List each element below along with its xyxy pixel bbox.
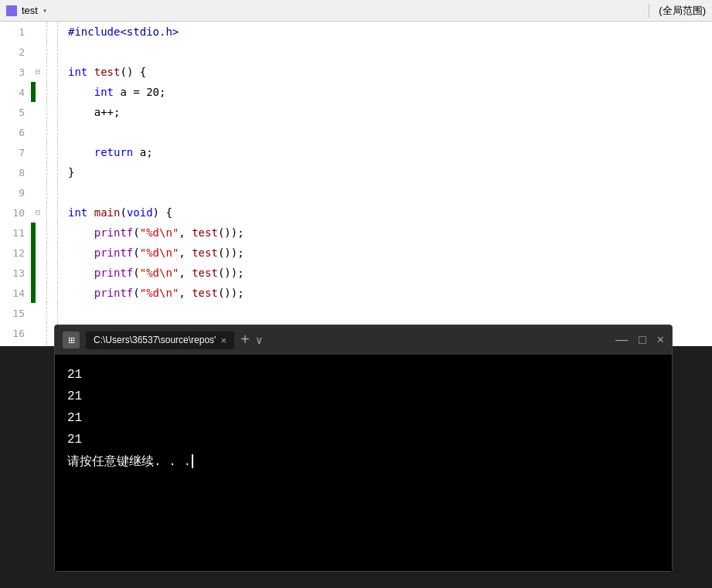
green-bar [31, 263, 36, 283]
line-number: 6 [0, 127, 31, 138]
token-fn-name: test [94, 66, 121, 78]
indent-guide-2 [57, 142, 68, 162]
terminal-tab-close-icon[interactable]: × [220, 335, 227, 346]
scope-label: (全局范围) [649, 4, 706, 18]
indent-guide-1 [46, 202, 57, 223]
green-bar [31, 243, 36, 263]
line-number: 16 [0, 328, 31, 339]
indent-guide-1 [46, 62, 57, 82]
token-text-black: } [68, 166, 74, 178]
token-text-black: , [179, 246, 192, 259]
green-bar [31, 283, 36, 303]
terminal-chevron-icon[interactable]: ∨ [256, 334, 262, 347]
indent-guide-1 [46, 303, 57, 323]
terminal-app-icon: ⊞ [63, 331, 80, 348]
table-row: 5 a++; [0, 102, 712, 122]
token-fn-purple: printf [94, 246, 134, 259]
indent-guide-1 [46, 102, 57, 122]
line-number: 5 [0, 107, 31, 118]
indent-guide-2 [57, 62, 68, 82]
code-text: printf("%d\n", test()); [68, 287, 244, 299]
token-text-black: ()); [218, 226, 244, 239]
token-string-red: "%d\n" [140, 246, 179, 259]
line-number: 9 [0, 187, 31, 199]
table-row: 11 printf("%d\n", test()); [0, 223, 712, 243]
green-bar [31, 102, 36, 122]
code-text: printf("%d\n", test()); [68, 246, 244, 259]
terminal-title-bar: ⊞ C:\Users\36537\source\repos' × + ∨ — □… [55, 325, 672, 355]
token-fn-purple: printf [94, 267, 134, 279]
code-text: } [68, 166, 74, 178]
code-text: int main(void) { [68, 206, 172, 219]
list-item: 21 [67, 407, 659, 429]
token-indent [68, 106, 94, 118]
terminal-maximize-button[interactable]: □ [639, 334, 646, 346]
token-fn-purple: printf [94, 287, 134, 299]
green-bar [31, 162, 36, 182]
table-row: 12 printf("%d\n", test()); [0, 243, 712, 263]
table-row: 8} [0, 162, 712, 182]
indent-guide-2 [57, 22, 68, 42]
indent-guide-1 [46, 22, 57, 42]
green-bar [31, 343, 36, 346]
terminal-prompt-text: 请按任意键继续. . . [67, 454, 191, 470]
token-text-black: a = 20; [114, 86, 165, 98]
token-fn-name: test [192, 267, 218, 279]
token-fn-name: test [192, 246, 218, 259]
code-text: a++; [68, 106, 120, 118]
token-text-black: ( [133, 287, 139, 299]
indent-guide-1 [46, 162, 57, 182]
token-kw-blue: return [94, 146, 134, 158]
table-row: 3⊟int test() { [0, 62, 712, 82]
token-fn-purple: printf [94, 226, 134, 239]
table-row: 4 int a = 20; [0, 82, 712, 102]
indent-guide-1 [46, 182, 57, 202]
collapse-icon[interactable]: ⊟ [36, 208, 46, 217]
line-number: 12 [0, 247, 31, 259]
indent-guide-2 [57, 182, 68, 202]
indent-guide-2 [57, 223, 68, 243]
token-indent [68, 267, 94, 279]
top-bar: test ▾ (全局范围) [0, 0, 712, 22]
code-text: #include<stdio.h> [68, 25, 179, 38]
green-bar [31, 82, 36, 102]
list-item: 21 [67, 386, 659, 407]
table-row: 7 return a; [0, 142, 712, 162]
terminal-output: 21212121 [67, 364, 659, 450]
indent-guide-2 [57, 82, 68, 102]
indent-guide-2 [57, 122, 68, 142]
dropdown-arrow-icon[interactable]: ▾ [43, 6, 47, 15]
token-string-red: "%d\n" [140, 226, 179, 239]
token-fn-name: test [192, 226, 218, 239]
terminal-cursor [192, 454, 193, 468]
token-text-black: ( [133, 246, 139, 259]
terminal-add-button[interactable]: + [240, 331, 250, 349]
green-bar [31, 122, 36, 142]
green-bar [31, 182, 36, 202]
indent-guide-1 [46, 223, 57, 243]
indent-guide-2 [57, 102, 68, 122]
terminal-controls: — □ × [615, 334, 664, 346]
token-indent [68, 226, 94, 239]
token-kw-blue: int [94, 86, 114, 98]
table-row: 13 printf("%d\n", test()); [0, 263, 712, 283]
indent-guide-2 [57, 202, 68, 223]
line-number: 14 [0, 287, 31, 299]
token-text-black: () { [120, 66, 146, 78]
indent-guide-2 [57, 303, 68, 323]
indent-guide-2 [57, 162, 68, 182]
terminal-minimize-button[interactable]: — [615, 334, 628, 346]
green-bar [31, 303, 36, 323]
terminal-close-button[interactable]: × [657, 334, 664, 346]
token-string-red: "%d\n" [140, 287, 179, 299]
table-row: 15 [0, 303, 712, 323]
token-kw-blue: int [68, 66, 87, 78]
terminal-tab[interactable]: C:\Users\36537\source\repos' × [86, 331, 234, 349]
file-name: test [22, 5, 38, 16]
code-editor: 1#include<stdio.h>2 3⊟int test() {4 int … [0, 22, 712, 346]
indent-guide-1 [46, 263, 57, 283]
token-text-black: ( [133, 226, 139, 239]
indent-guide-2 [57, 42, 68, 62]
token-text-black: ()); [218, 267, 244, 279]
collapse-icon[interactable]: ⊟ [36, 67, 46, 76]
